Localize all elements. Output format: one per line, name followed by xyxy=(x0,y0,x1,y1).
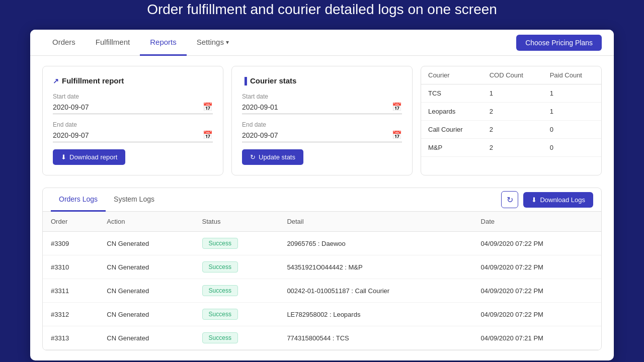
bar-chart-icon: ▐ xyxy=(242,77,247,85)
tab-system-logs[interactable]: System Logs xyxy=(106,188,163,212)
content-area: ↗ Fulfillment report Start date 📅 End da… xyxy=(30,56,614,360)
col-order: Order xyxy=(43,212,99,232)
log-action: CN Generated xyxy=(99,279,194,303)
download-logs-icon: ⬇ xyxy=(531,196,537,204)
start-date-input[interactable] xyxy=(53,103,203,111)
log-order: #3310 xyxy=(43,255,99,279)
table-row: Call Courier 2 0 xyxy=(421,121,601,139)
end-date-group: End date 📅 xyxy=(53,121,213,142)
refresh-icon-small: ↻ xyxy=(250,153,256,161)
courier-start-date-group: Start date 📅 xyxy=(242,93,402,114)
panels-row: ↗ Fulfillment report Start date 📅 End da… xyxy=(42,66,602,175)
fulfillment-report-title: ↗ Fulfillment report xyxy=(53,76,213,85)
courier-end-date-label: End date xyxy=(242,121,402,128)
logs-tabs-row: Orders Logs System Logs ↻ ⬇ Download Log… xyxy=(43,188,601,212)
table-row: M&P 2 0 xyxy=(421,139,601,157)
start-date-label: Start date xyxy=(53,93,213,100)
log-row: #3309 CN Generated Success 20965765 : Da… xyxy=(43,232,601,255)
log-action: CN Generated xyxy=(99,255,194,279)
stat-paid-count: 0 xyxy=(543,139,601,157)
update-stats-button[interactable]: ↻ Update stats xyxy=(242,149,303,165)
stats-table-panel: Courier COD Count Paid Count TCS 1 1 Leo… xyxy=(421,66,602,175)
refresh-icon: ↻ xyxy=(507,195,513,205)
table-row: TCS 1 1 xyxy=(421,84,601,103)
log-status: Success xyxy=(194,326,279,350)
courier-stats-table: Courier COD Count Paid Count TCS 1 1 Leo… xyxy=(421,66,601,157)
col-detail: Detail xyxy=(279,212,472,232)
log-date: 04/09/2020 07:22 PM xyxy=(473,303,601,326)
courier-calendar-icon[interactable]: 📅 xyxy=(392,102,402,112)
chevron-down-icon: ▾ xyxy=(226,39,229,46)
download-logs-button[interactable]: ⬇ Download Logs xyxy=(523,192,593,208)
stat-paid-count: 1 xyxy=(543,103,601,121)
courier-start-date-label: Start date xyxy=(242,93,402,100)
stat-courier: Call Courier xyxy=(421,121,482,139)
stat-paid-count: 0 xyxy=(543,121,601,139)
calendar-icon-end[interactable]: 📅 xyxy=(203,130,213,140)
nav-bar: Orders Fulfillment Reports Settings ▾ Ch… xyxy=(30,30,614,56)
log-order: #3309 xyxy=(43,232,99,255)
choose-pricing-button[interactable]: Choose Pricing Plans xyxy=(516,35,602,51)
stat-cod-count: 1 xyxy=(482,84,543,103)
col-action: Action xyxy=(99,212,194,232)
stat-cod-count: 2 xyxy=(482,139,543,157)
logs-section: Orders Logs System Logs ↻ ⬇ Download Log… xyxy=(42,188,602,350)
stat-cod-count: 2 xyxy=(482,121,543,139)
download-report-button[interactable]: ⬇ Download report xyxy=(53,149,125,165)
courier-stats-panel: ▐ Courier stats Start date 📅 End date 📅 xyxy=(231,66,413,175)
stat-cod-count: 2 xyxy=(482,103,543,121)
page-title: Order fulfillment and courier detailed l… xyxy=(147,2,497,18)
log-order: #3311 xyxy=(43,279,99,303)
log-row: #3313 CN Generated Success 774315800544 … xyxy=(43,326,601,350)
tab-fulfillment[interactable]: Fulfillment xyxy=(86,30,140,56)
log-order: #3313 xyxy=(43,326,99,350)
trend-icon: ↗ xyxy=(53,77,59,85)
col-courier: Courier xyxy=(421,66,482,84)
stat-paid-count: 1 xyxy=(543,84,601,103)
main-card: Orders Fulfillment Reports Settings ▾ Ch… xyxy=(30,30,614,360)
tab-reports[interactable]: Reports xyxy=(140,30,187,56)
log-row: #3311 CN Generated Success 00242-01-0100… xyxy=(43,279,601,303)
table-row: Leopards 2 1 xyxy=(421,103,601,121)
tab-orders-logs[interactable]: Orders Logs xyxy=(51,188,106,212)
tab-settings[interactable]: Settings ▾ xyxy=(187,30,239,56)
fulfillment-report-panel: ↗ Fulfillment report Start date 📅 End da… xyxy=(42,66,223,175)
log-action: CN Generated xyxy=(99,326,194,350)
stat-courier: Leopards xyxy=(421,103,482,121)
col-status: Status xyxy=(194,212,279,232)
tab-orders[interactable]: Orders xyxy=(42,30,86,56)
courier-calendar-icon-end[interactable]: 📅 xyxy=(392,130,402,140)
refresh-button[interactable]: ↻ xyxy=(501,191,518,208)
logs-actions: ↻ ⬇ Download Logs xyxy=(501,191,593,208)
log-row: #3310 CN Generated Success 54351921O0444… xyxy=(43,255,601,279)
end-date-input[interactable] xyxy=(53,131,203,139)
courier-stats-title: ▐ Courier stats xyxy=(242,76,402,85)
log-status: Success xyxy=(194,303,279,326)
log-date: 04/09/2020 07:22 PM xyxy=(473,279,601,303)
log-status: Success xyxy=(194,232,279,255)
download-icon: ⬇ xyxy=(61,153,66,161)
log-date: 04/09/2020 07:22 PM xyxy=(473,232,601,255)
log-detail: LE782958002 : Leopards xyxy=(279,303,472,326)
courier-start-date-input[interactable] xyxy=(242,103,392,111)
log-date: 04/09/2020 07:22 PM xyxy=(473,255,601,279)
log-action: CN Generated xyxy=(99,303,194,326)
start-date-group: Start date 📅 xyxy=(53,93,213,114)
log-status: Success xyxy=(194,255,279,279)
col-paid-count: Paid Count xyxy=(543,66,601,84)
log-detail: 774315800544 : TCS xyxy=(279,326,472,350)
stat-courier: TCS xyxy=(421,84,482,103)
courier-end-date-input[interactable] xyxy=(242,131,392,139)
col-date: Date xyxy=(473,212,601,232)
end-date-label: End date xyxy=(53,121,213,128)
col-cod-count: COD Count xyxy=(482,66,543,84)
log-date: 04/09/2020 07:21 PM xyxy=(473,326,601,350)
log-row: #3312 CN Generated Success LE782958002 :… xyxy=(43,303,601,326)
log-order: #3312 xyxy=(43,303,99,326)
courier-end-date-group: End date 📅 xyxy=(242,121,402,142)
stat-courier: M&P xyxy=(421,139,482,157)
log-detail: 00242-01-010051187 : Call Courier xyxy=(279,279,472,303)
log-status: Success xyxy=(194,279,279,303)
logs-table: Order Action Status Detail Date #3309 CN… xyxy=(43,212,601,350)
calendar-icon[interactable]: 📅 xyxy=(203,102,213,112)
